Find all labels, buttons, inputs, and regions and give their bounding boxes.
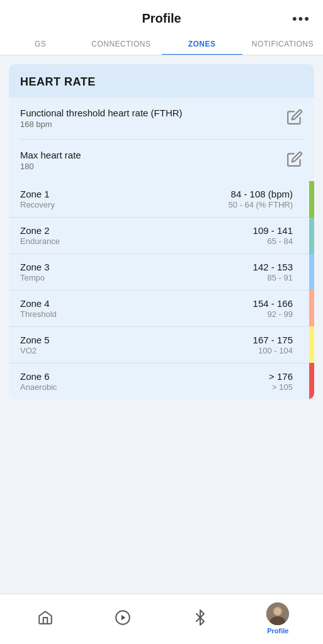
fthr-edit-button[interactable] <box>286 109 303 128</box>
header: Profile ••• <box>0 0 323 32</box>
zone-row: Zone 5 VO2 167 - 175 100 - 104 <box>9 327 314 364</box>
zone1-type: Recovery <box>20 200 55 209</box>
zone5-type: VO2 <box>20 346 50 355</box>
nav-activity[interactable] <box>84 604 161 628</box>
play-icon <box>115 609 131 628</box>
zone3-right: 142 - 153 85 - 91 <box>253 262 293 282</box>
nav-profile[interactable]: Profile <box>239 597 317 635</box>
avatar <box>266 602 289 625</box>
card-title: HEART RATE <box>20 75 96 88</box>
max-hr-value: 180 <box>20 162 81 171</box>
bottom-nav: Profile <box>0 594 323 644</box>
zone-row: Zone 2 Endurance 109 - 141 65 - 84 <box>9 218 314 254</box>
fthr-info: Functional threshold heart rate (FTHR) 1… <box>20 108 183 129</box>
zone4-name: Zone 4 <box>20 298 57 309</box>
fthr-value: 168 bpm <box>20 119 183 129</box>
zones-section: Zone 1 Recovery 84 - 108 (bpm) 50 - 64 (… <box>9 181 314 399</box>
zone4-right: 154 - 166 92 - 99 <box>253 298 293 319</box>
fthr-label: Functional threshold heart rate (FTHR) <box>20 108 183 118</box>
zone6-range: > 176 <box>269 371 293 382</box>
nav-profile-label: Profile <box>267 627 288 635</box>
page-title: Profile <box>142 11 181 26</box>
zone6-left: Zone 6 Anaerobic <box>20 371 57 392</box>
zone3-percent: 85 - 91 <box>253 273 293 282</box>
nav-home[interactable] <box>6 604 84 628</box>
zone6-percent: > 105 <box>269 382 293 392</box>
zone4-color-bar <box>309 290 314 326</box>
max-hr-setting-row: Max heart rate 180 <box>20 140 303 181</box>
zone6-right: > 176 > 105 <box>269 371 293 392</box>
zone1-right: 84 - 108 (bpm) 50 - 64 (% FTHR) <box>228 189 293 209</box>
zone2-color-bar <box>309 218 314 254</box>
tab-gs[interactable]: GS <box>0 32 81 55</box>
svg-point-5 <box>275 608 281 615</box>
zone5-percent: 100 - 104 <box>253 346 293 355</box>
zone-row: Zone 3 Tempo 142 - 153 85 - 91 <box>9 254 314 291</box>
zone1-name: Zone 1 <box>20 189 55 199</box>
zone5-range: 167 - 175 <box>253 335 293 345</box>
tab-notifications[interactable]: NOTIFICATIONS <box>242 32 323 55</box>
zone1-percent: 50 - 64 (% FTHR) <box>228 200 293 209</box>
zone3-type: Tempo <box>20 273 50 282</box>
zone1-range: 84 - 108 (bpm) <box>228 189 293 199</box>
bluetooth-icon <box>192 609 208 628</box>
zone4-range: 154 - 166 <box>253 298 293 309</box>
zone3-name: Zone 3 <box>20 262 50 272</box>
heart-rate-card: HEART RATE Functional threshold heart ra… <box>9 64 314 399</box>
main-content: HEART RATE Functional threshold heart ra… <box>0 55 323 624</box>
zone-color-bars <box>309 181 314 399</box>
zone2-type: Endurance <box>20 236 60 246</box>
zone3-color-bar <box>309 254 314 291</box>
max-hr-edit-button[interactable] <box>286 151 303 170</box>
zone3-range: 142 - 153 <box>253 262 293 272</box>
zone4-percent: 92 - 99 <box>253 309 293 319</box>
zone5-name: Zone 5 <box>20 335 50 345</box>
zone5-color-bar <box>309 326 314 363</box>
zone4-left: Zone 4 Threshold <box>20 298 57 319</box>
zone-row: Zone 1 Recovery 84 - 108 (bpm) 50 - 64 (… <box>9 181 314 218</box>
menu-button[interactable]: ••• <box>292 11 310 27</box>
zone6-type: Anaerobic <box>20 382 57 392</box>
svg-marker-1 <box>122 614 126 620</box>
zone1-left: Zone 1 Recovery <box>20 189 55 209</box>
zone2-percent: 65 - 84 <box>253 236 293 246</box>
zone2-left: Zone 2 Endurance <box>20 225 60 246</box>
max-hr-info: Max heart rate 180 <box>20 150 81 171</box>
zone5-left: Zone 5 VO2 <box>20 335 50 355</box>
zone5-right: 167 - 175 100 - 104 <box>253 335 293 355</box>
fthr-setting-row: Functional threshold heart rate (FTHR) 1… <box>20 97 303 140</box>
max-hr-label: Max heart rate <box>20 150 81 160</box>
zone3-left: Zone 3 Tempo <box>20 262 50 282</box>
tab-connections[interactable]: CONNECTIONS <box>81 32 161 55</box>
zone2-name: Zone 2 <box>20 225 60 236</box>
zone4-type: Threshold <box>20 309 57 319</box>
zone1-color-bar <box>309 181 314 218</box>
zone6-name: Zone 6 <box>20 371 57 382</box>
tab-bar: GS CONNECTIONS ZONES NOTIFICATIONS <box>0 32 323 55</box>
zone-row: Zone 6 Anaerobic > 176 > 105 <box>9 364 314 399</box>
zone2-right: 109 - 141 65 - 84 <box>253 225 293 246</box>
card-settings: Functional threshold heart rate (FTHR) 1… <box>9 97 314 181</box>
zone6-color-bar <box>309 363 314 399</box>
card-header: HEART RATE <box>9 64 314 97</box>
home-icon <box>37 609 54 628</box>
zone2-range: 109 - 141 <box>253 225 293 236</box>
zone-row: Zone 4 Threshold 154 - 166 92 - 99 <box>9 291 314 327</box>
nav-bluetooth[interactable] <box>162 604 239 628</box>
tab-zones[interactable]: ZONES <box>162 32 242 55</box>
